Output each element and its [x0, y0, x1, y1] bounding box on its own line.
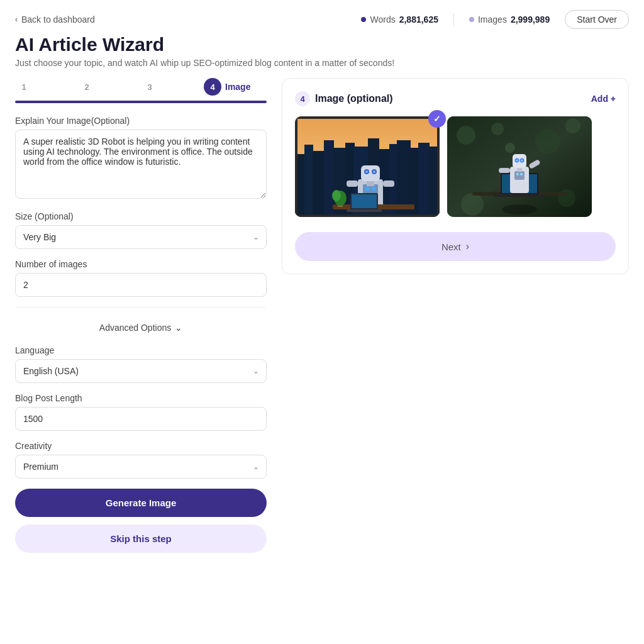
divider-before-advanced — [15, 307, 267, 308]
svg-point-25 — [365, 170, 368, 173]
words-dot-icon — [361, 17, 366, 22]
svg-point-38 — [457, 126, 475, 145]
card-title-group: 4 Image (optional) — [295, 91, 393, 106]
robot-image-1 — [295, 116, 440, 217]
step-3-num: 3 — [141, 78, 158, 96]
step-4: 4 Image — [204, 78, 267, 96]
language-select[interactable]: English (USA) Spanish French German — [15, 359, 267, 383]
svg-rect-33 — [347, 209, 382, 212]
step-2-num: 2 — [78, 78, 96, 96]
language-group: Language English (USA) Spanish French Ge… — [15, 345, 267, 383]
page-title: AI Article Wizard — [15, 34, 629, 55]
svg-rect-51 — [514, 171, 525, 180]
advanced-options-label: Advanced Options — [99, 323, 171, 333]
image-description-label: Explain Your Image(Optional) — [15, 116, 267, 126]
svg-rect-14 — [418, 143, 430, 217]
svg-point-26 — [373, 170, 375, 173]
image-grid: ✓ — [295, 116, 616, 219]
svg-rect-5 — [324, 140, 334, 217]
creativity-group: Creativity Basic Standard Premium ⌄ — [15, 441, 267, 479]
svg-point-57 — [516, 160, 518, 162]
page-subtitle: Just choose your topic, and watch AI whi… — [15, 58, 629, 68]
blog-post-length-input[interactable] — [15, 407, 267, 431]
language-label: Language — [15, 345, 267, 355]
num-images-label: Number of images — [15, 259, 267, 269]
images-stat: Images 2,999,989 — [469, 14, 550, 25]
creativity-select[interactable]: Basic Standard Premium — [15, 455, 267, 479]
size-label: Size (Optional) — [15, 211, 267, 221]
size-select[interactable]: Very Small Small Medium Big Very Big — [15, 225, 267, 249]
robot-image-2 — [447, 116, 592, 217]
back-label: Back to dashboard — [21, 14, 95, 25]
back-chevron-icon: ‹ — [15, 15, 18, 24]
svg-rect-54 — [513, 154, 526, 168]
svg-rect-49 — [494, 194, 545, 197]
svg-rect-32 — [352, 194, 377, 208]
svg-point-39 — [491, 123, 504, 135]
advanced-options-toggle[interactable]: Advanced Options ⌄ — [15, 318, 267, 338]
right-panel: 4 Image (optional) Add + ✓ — [267, 78, 629, 274]
next-arrow-icon: › — [466, 241, 469, 252]
svg-rect-27 — [367, 181, 374, 186]
blog-post-length-label: Blog Post Length — [15, 393, 267, 403]
svg-point-62 — [502, 204, 537, 214]
svg-rect-28 — [347, 180, 358, 187]
image-description-textarea[interactable]: A super realistic 3D Robot is helping yo… — [15, 130, 267, 199]
step-1: 1 — [15, 78, 78, 96]
num-images-input[interactable]: 2 — [15, 273, 267, 297]
stat-divider — [453, 13, 454, 26]
svg-point-41 — [565, 118, 580, 133]
svg-point-40 — [535, 129, 560, 154]
add-image-button[interactable]: Add + — [591, 94, 616, 104]
image-card: 4 Image (optional) Add + ✓ — [282, 78, 629, 274]
svg-rect-20 — [365, 187, 369, 191]
step-3: 3 — [141, 78, 204, 96]
images-dot-icon — [469, 17, 474, 22]
step-2: 2 — [78, 78, 141, 96]
svg-point-52 — [516, 173, 519, 175]
skip-step-button[interactable]: Skip this step — [15, 525, 267, 553]
steps-row: 1 2 3 4 Image — [15, 78, 267, 96]
svg-rect-59 — [517, 168, 522, 172]
svg-point-42 — [461, 193, 484, 216]
next-button[interactable]: Next › — [295, 232, 616, 261]
svg-point-53 — [520, 173, 523, 175]
creativity-select-wrapper: Basic Standard Premium ⌄ — [15, 455, 267, 479]
card-step-badge: 4 — [295, 91, 310, 106]
language-select-wrapper: English (USA) Spanish French German ⌄ — [15, 359, 267, 383]
generate-image-button[interactable]: Generate Image — [15, 489, 267, 517]
advanced-chevron-icon: ⌄ — [175, 323, 182, 333]
num-images-group: Number of images 2 — [15, 259, 267, 297]
top-bar: ‹ Back to dashboard Words 2,881,625 Imag… — [0, 0, 644, 29]
size-select-wrapper: Very Small Small Medium Big Very Big ⌄ — [15, 225, 267, 249]
svg-point-36 — [332, 190, 341, 201]
card-header: 4 Image (optional) Add + — [295, 91, 616, 106]
step-1-num: 1 — [15, 78, 33, 96]
step-4-num: 4 — [204, 78, 221, 96]
selected-check-icon: ✓ — [428, 110, 446, 128]
svg-rect-21 — [372, 187, 375, 191]
svg-rect-3 — [304, 145, 313, 217]
creativity-label: Creativity — [15, 441, 267, 451]
next-button-label: Next — [441, 242, 461, 252]
words-label: Words — [370, 14, 395, 25]
image-description-group: Explain Your Image(Optional) A super rea… — [15, 116, 267, 201]
back-to-dashboard-link[interactable]: ‹ Back to dashboard — [15, 14, 95, 25]
left-panel: 1 2 3 4 Image Explain Your Image(Optiona… — [15, 78, 267, 553]
card-title: Image (optional) — [315, 93, 393, 104]
svg-rect-22 — [361, 165, 380, 181]
words-stat: Words 2,881,625 — [361, 14, 438, 25]
svg-rect-29 — [383, 180, 394, 187]
svg-point-58 — [521, 160, 523, 162]
words-value: 2,881,625 — [399, 14, 438, 25]
svg-rect-4 — [313, 151, 325, 217]
step-4-label: Image — [225, 82, 250, 92]
svg-rect-60 — [499, 168, 510, 173]
image-thumb-2[interactable] — [447, 116, 592, 219]
image-thumb-1[interactable]: ✓ — [295, 116, 440, 219]
blog-post-length-group: Blog Post Length — [15, 393, 267, 431]
start-over-button[interactable]: Start Over — [565, 10, 629, 29]
page-header: AI Article Wizard Just choose your topic… — [0, 29, 644, 78]
step-progress-bar — [15, 101, 267, 103]
main-layout: 1 2 3 4 Image Explain Your Image(Optiona… — [0, 78, 644, 553]
